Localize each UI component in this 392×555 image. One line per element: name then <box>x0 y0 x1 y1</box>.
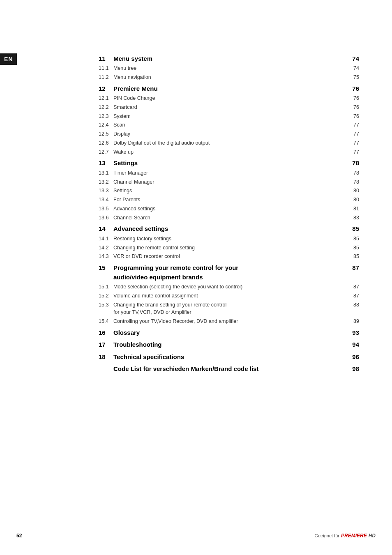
main-content: 11Menu system7411.1Menu tree7411.2Menu n… <box>99 0 359 424</box>
sub-12.4-number: 12.4 <box>99 121 113 130</box>
sub-11.1-number: 11.1 <box>99 64 113 73</box>
toc-item: 13.3Settings80 <box>99 187 359 196</box>
section-18-page: 96 <box>347 352 359 362</box>
toc-item: 11.2Menu navigation75 <box>99 73 359 82</box>
sub-12.6-page: 77 <box>347 138 359 147</box>
sub-12.2-page: 76 <box>347 103 359 112</box>
sub-15.1-page: 87 <box>347 283 359 292</box>
sub-11.1-title: Menu tree <box>113 64 347 73</box>
section-15-title: Programming your remote control for your… <box>113 263 347 283</box>
toc-item: 15.3Changing the brand setting of your r… <box>99 300 359 317</box>
sub-12.1-title: PIN Code Change <box>113 94 347 103</box>
sub-12.4-title: Scan <box>113 121 347 130</box>
footer: 52 Geeignet für PREMIEREHD <box>0 533 392 539</box>
section-14-page: 85 <box>347 224 359 235</box>
section-15-number: 15 <box>99 263 113 283</box>
section-11-number: 11 <box>99 53 113 64</box>
sub-11.2-number: 11.2 <box>99 73 113 82</box>
sub-12.7-page: 77 <box>347 147 359 157</box>
sub-13.3-number: 13.3 <box>99 187 113 196</box>
sub-13.3-title: Settings <box>113 187 347 196</box>
sub-13.1-number: 13.1 <box>99 168 113 177</box>
toc-item: 12.1PIN Code Change76 <box>99 94 359 103</box>
toc-table: 11Menu system7411.1Menu tree7411.2Menu n… <box>99 53 359 374</box>
section-16-number: 16 <box>99 327 113 338</box>
section-18-number: 18 <box>99 352 113 362</box>
sub-13.6-page: 83 <box>347 213 359 222</box>
section-17-number: 17 <box>99 340 113 350</box>
toc-item: 12.2Smartcard76 <box>99 103 359 112</box>
footer-brand: Geeignet für PREMIEREHD <box>314 533 376 539</box>
sub-14.2-number: 14.2 <box>99 243 113 252</box>
sub-12.4-page: 77 <box>347 121 359 130</box>
section-13-number: 13 <box>99 158 113 169</box>
sub-13.1-page: 78 <box>347 168 359 177</box>
sub-13.6-title: Channel Search <box>113 213 347 222</box>
section-16-page: 93 <box>347 327 359 338</box>
sub-13.3-page: 80 <box>347 187 359 196</box>
section-13-page: 78 <box>347 158 359 169</box>
sub-15.1-number: 15.1 <box>99 283 113 292</box>
toc-item: 15.2Volume and mute control assignment87 <box>99 291 359 300</box>
toc-item: 13.2Channel Manager78 <box>99 177 359 187</box>
sub-14.2-title: Changing the remote control setting <box>113 243 347 252</box>
sub-11.2-title: Menu navigation <box>113 73 347 82</box>
sub-12.6-number: 12.6 <box>99 138 113 147</box>
toc-item: 13.6Channel Search83 <box>99 213 359 222</box>
toc-item: 13.1Timer Manager78 <box>99 168 359 177</box>
sub-12.7-title: Wake up <box>113 147 347 157</box>
sub-14.1-number: 14.1 <box>99 234 113 243</box>
sub-15.3-page: 88 <box>347 300 359 317</box>
sub-11.1-page: 74 <box>347 64 359 73</box>
section-11-page: 74 <box>347 53 359 64</box>
sub-15.3-title: Changing the brand setting of your remot… <box>113 300 347 317</box>
sub-13.2-page: 78 <box>347 177 359 187</box>
section-12-number: 12 <box>99 83 113 94</box>
sub-14.3-page: 85 <box>347 252 359 261</box>
toc-item: 14.3VCR or DVD recorder control85 <box>99 252 359 261</box>
sub-14.1-page: 85 <box>347 234 359 243</box>
sub-12.5-page: 77 <box>347 130 359 139</box>
section-16-title: Glossary <box>113 327 347 338</box>
section-17-title: Troubleshooting <box>113 340 347 350</box>
sub-12.1-page: 76 <box>347 94 359 103</box>
sub-12.3-number: 12.3 <box>99 112 113 121</box>
toc-item: 12.4Scan77 <box>99 121 359 130</box>
sub-13.6-number: 13.6 <box>99 213 113 222</box>
sub-14.2-page: 85 <box>347 243 359 252</box>
sub-15.2-number: 15.2 <box>99 291 113 300</box>
sub-15.3-number: 15.3 <box>99 300 113 317</box>
toc-item: 13.4For Parents80 <box>99 196 359 205</box>
sub-14.3-number: 14.3 <box>99 252 113 261</box>
sub-12.1-number: 12.1 <box>99 94 113 103</box>
section-14-number: 14 <box>99 224 113 235</box>
sub-15.4-number: 15.4 <box>99 317 113 326</box>
brand-hd: HD <box>369 533 376 539</box>
toc-item: 14.1Restoring factory settings85 <box>99 234 359 243</box>
toc-item: 13.5Advanced settings81 <box>99 204 359 213</box>
toc-item: 14.2Changing the remote control setting8… <box>99 243 359 252</box>
sub-12.3-page: 76 <box>347 112 359 121</box>
sub-12.2-title: Smartcard <box>113 103 347 112</box>
code-list-title: Code List für verschieden Marken/Brand c… <box>113 364 347 375</box>
toc-item: 15.4Controlling your TV,Video Recorder, … <box>99 317 359 326</box>
language-badge: EN <box>0 53 17 65</box>
sub-14.1-title: Restoring factory settings <box>113 234 347 243</box>
section-11-title: Menu system <box>113 53 347 64</box>
sub-13.2-title: Channel Manager <box>113 177 347 187</box>
sub-15.2-page: 87 <box>347 291 359 300</box>
section-18-title: Technical specifications <box>113 352 347 362</box>
sub-13.4-title: For Parents <box>113 196 347 205</box>
toc-item: 11.1Menu tree74 <box>99 64 359 73</box>
sub-13.5-page: 81 <box>347 204 359 213</box>
section-12-title: Premiere Menu <box>113 83 347 94</box>
section-14-title: Advanced settings <box>113 224 347 235</box>
toc-item: 15.1Mode selection (selecting the device… <box>99 283 359 292</box>
sub-14.3-title: VCR or DVD recorder control <box>113 252 347 261</box>
page-number: 52 <box>16 533 22 539</box>
suitable-label: Geeignet für <box>314 533 339 538</box>
toc-item: 12.7Wake up77 <box>99 147 359 157</box>
toc-item: 12.3System76 <box>99 112 359 121</box>
sub-13.4-number: 13.4 <box>99 196 113 205</box>
sub-12.3-title: System <box>113 112 347 121</box>
